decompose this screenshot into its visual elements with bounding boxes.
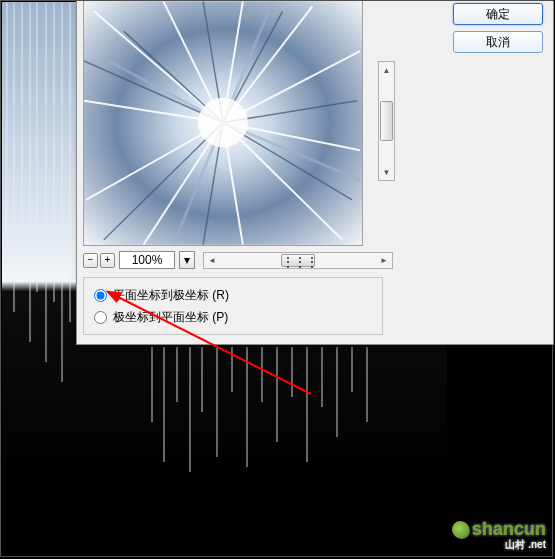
scroll-down-icon[interactable]: ▼ xyxy=(379,164,394,180)
radio-polar-to-rect[interactable] xyxy=(94,311,107,324)
zoom-dropdown[interactable]: ▾ xyxy=(179,251,195,269)
watermark: shancun 山村 .net xyxy=(452,519,546,550)
watermark-sub: 山村 .net xyxy=(452,540,546,550)
zoom-controls: − + 100% ▾ ◄ ⋮⋮⋮ ► xyxy=(83,249,393,271)
leaf-icon xyxy=(452,521,470,539)
vscroll-thumb[interactable] xyxy=(380,101,393,141)
option-label: 平面坐标到极坐标 (R) xyxy=(113,287,229,304)
polar-burst-preview xyxy=(84,1,362,245)
option-polar-to-rect[interactable]: 极坐标到平面坐标 (P) xyxy=(94,306,372,328)
watermark-text: shancun xyxy=(472,519,546,539)
zoom-in-button[interactable]: + xyxy=(100,253,115,268)
svg-point-50 xyxy=(198,98,248,148)
option-rect-to-polar[interactable]: 平面坐标到极坐标 (R) xyxy=(94,284,372,306)
filter-preview xyxy=(83,1,363,246)
cancel-button[interactable]: 取消 xyxy=(453,31,543,53)
scroll-up-icon[interactable]: ▲ xyxy=(379,62,394,78)
scroll-right-icon[interactable]: ► xyxy=(376,253,392,268)
radio-rect-to-polar[interactable] xyxy=(94,289,107,302)
hscroll-thumb[interactable]: ⋮⋮⋮ xyxy=(281,254,315,267)
preview-vscrollbar[interactable]: ▲ ▼ xyxy=(378,61,395,181)
chevron-down-icon: ▾ xyxy=(184,253,190,267)
preview-hscrollbar[interactable]: ◄ ⋮⋮⋮ ► xyxy=(203,252,393,269)
option-label: 极坐标到平面坐标 (P) xyxy=(113,309,228,326)
polar-coordinates-dialog: − + 100% ▾ ◄ ⋮⋮⋮ ► ▲ ▼ 平面坐标到极坐标 (R) xyxy=(76,1,554,345)
zoom-out-button[interactable]: − xyxy=(83,253,98,268)
ok-button[interactable]: 确定 xyxy=(453,3,543,25)
conversion-options: 平面坐标到极坐标 (R) 极坐标到平面坐标 (P) xyxy=(83,277,383,335)
zoom-value[interactable]: 100% xyxy=(119,251,175,269)
scroll-left-icon[interactable]: ◄ xyxy=(204,253,220,268)
screenshot-frame: − + 100% ▾ ◄ ⋮⋮⋮ ► ▲ ▼ 平面坐标到极坐标 (R) xyxy=(0,0,553,557)
preview-image[interactable] xyxy=(84,1,362,245)
